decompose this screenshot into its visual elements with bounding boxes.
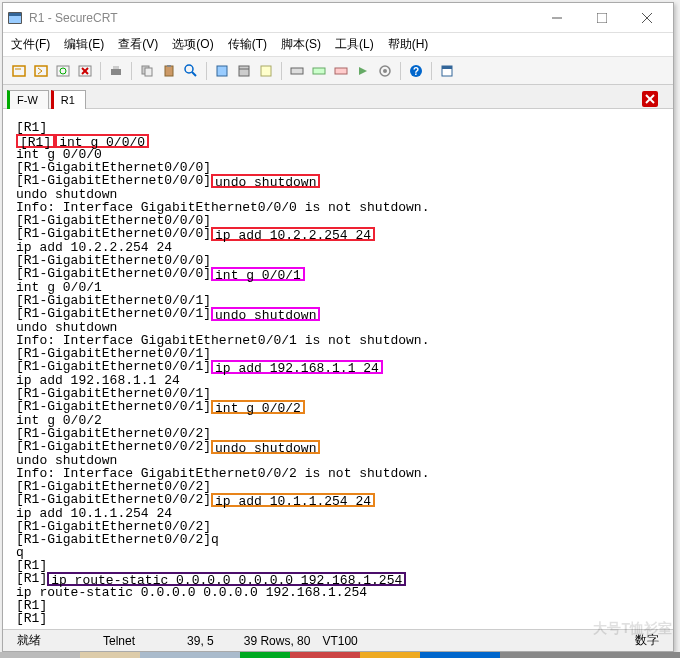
svg-rect-26 bbox=[261, 66, 271, 76]
log-icon[interactable] bbox=[256, 61, 276, 81]
properties-icon[interactable] bbox=[212, 61, 232, 81]
term-line: ip add 10.2.2.254 24 bbox=[215, 228, 371, 243]
status-rows: 39 Rows, 80 bbox=[238, 634, 317, 648]
term-line: ip add 10.1.1.254 24 bbox=[215, 494, 371, 509]
term-line: [R1-GigabitEthernet0/0/2]q bbox=[16, 532, 219, 547]
print-icon[interactable] bbox=[106, 61, 126, 81]
send-icon[interactable] bbox=[353, 61, 373, 81]
term-line: undo shutdown bbox=[215, 308, 316, 323]
copy-icon[interactable] bbox=[137, 61, 157, 81]
term-line: [R1] bbox=[16, 611, 47, 626]
maximize-button[interactable] bbox=[579, 4, 624, 32]
svg-rect-2 bbox=[9, 13, 21, 16]
options-icon[interactable] bbox=[375, 61, 395, 81]
menu-view[interactable]: 查看(V) bbox=[118, 36, 158, 53]
status-emulation: VT100 bbox=[316, 634, 363, 648]
terminal[interactable]: [R1] [R1]int g 0/0/0 int g 0/0/0 [R1-Gig… bbox=[3, 109, 673, 629]
app-window: R1 - SecureCRT 文件(F) 编辑(E) 查看(V) 选项(O) 传… bbox=[2, 2, 674, 652]
watermark: 大号T恤衫室 bbox=[593, 620, 672, 638]
quick-connect-icon[interactable] bbox=[31, 61, 51, 81]
new-window-icon[interactable] bbox=[437, 61, 457, 81]
svg-rect-4 bbox=[597, 13, 607, 23]
session-icon[interactable] bbox=[234, 61, 254, 81]
tab-fw[interactable]: F-W bbox=[7, 90, 49, 109]
tab-r1[interactable]: R1 bbox=[51, 90, 86, 109]
svg-point-21 bbox=[185, 65, 193, 73]
term-line: int g 0/0/1 bbox=[215, 268, 301, 283]
svg-rect-27 bbox=[291, 68, 303, 74]
menubar: 文件(F) 编辑(E) 查看(V) 选项(O) 传输(T) 脚本(S) 工具(L… bbox=[3, 33, 673, 57]
app-icon bbox=[7, 10, 23, 26]
menu-tools[interactable]: 工具(L) bbox=[335, 36, 374, 53]
keymap-icon[interactable] bbox=[287, 61, 307, 81]
term-line: [R1] bbox=[16, 120, 47, 135]
tabbar: F-W R1 bbox=[3, 85, 673, 109]
status-position: 39, 5 bbox=[181, 634, 220, 648]
statusbar: 就绪 Telnet 39, 5 39 Rows, 80 VT100 数字 bbox=[3, 629, 673, 651]
svg-rect-20 bbox=[167, 65, 171, 67]
close-button[interactable] bbox=[624, 4, 669, 32]
svg-text:?: ? bbox=[413, 66, 419, 77]
menu-help[interactable]: 帮助(H) bbox=[388, 36, 429, 53]
svg-rect-23 bbox=[217, 66, 227, 76]
window-title: R1 - SecureCRT bbox=[29, 11, 534, 25]
bottom-decoration bbox=[0, 652, 680, 658]
menu-file[interactable]: 文件(F) bbox=[11, 36, 50, 53]
menu-script[interactable]: 脚本(S) bbox=[281, 36, 321, 53]
disconnect-icon[interactable] bbox=[75, 61, 95, 81]
minimize-button[interactable] bbox=[534, 4, 579, 32]
svg-rect-24 bbox=[239, 66, 249, 76]
svg-point-31 bbox=[383, 69, 387, 73]
command-icon[interactable] bbox=[331, 61, 351, 81]
term-line: undo shutdown bbox=[215, 441, 316, 456]
status-protocol: Telnet bbox=[97, 634, 141, 648]
svg-rect-19 bbox=[165, 66, 173, 76]
find-icon[interactable] bbox=[181, 61, 201, 81]
term-line: [R1-GigabitEthernet0/0/1] bbox=[16, 306, 211, 321]
term-line: undo shutdown bbox=[215, 175, 316, 190]
term-line: int g 0/0/2 bbox=[215, 401, 301, 416]
svg-rect-18 bbox=[145, 68, 152, 76]
term-line: [R1-GigabitEthernet0/0/0] bbox=[16, 226, 211, 241]
term-line: ip route-static 0.0.0.0 0.0.0.0 192.168.… bbox=[16, 585, 367, 600]
reconnect-icon[interactable] bbox=[53, 61, 73, 81]
menu-edit[interactable]: 编辑(E) bbox=[64, 36, 104, 53]
menu-options[interactable]: 选项(O) bbox=[172, 36, 213, 53]
term-line: [R1-GigabitEthernet0/0/1] bbox=[16, 399, 211, 414]
term-line: [R1] bbox=[16, 571, 47, 586]
status-ready: 就绪 bbox=[11, 632, 47, 649]
button-bar-icon[interactable] bbox=[309, 61, 329, 81]
svg-rect-16 bbox=[113, 66, 119, 69]
term-line: [R1-GigabitEthernet0/0/1] bbox=[16, 359, 211, 374]
menu-transfer[interactable]: 传输(T) bbox=[228, 36, 267, 53]
help-icon[interactable]: ? bbox=[406, 61, 426, 81]
svg-rect-29 bbox=[335, 68, 347, 74]
paste-icon[interactable] bbox=[159, 61, 179, 81]
svg-rect-28 bbox=[313, 68, 325, 74]
window-controls bbox=[534, 4, 669, 32]
svg-rect-7 bbox=[13, 66, 25, 76]
svg-rect-15 bbox=[111, 69, 121, 75]
svg-rect-9 bbox=[35, 66, 47, 76]
term-line: [R1-GigabitEthernet0/0/0] bbox=[16, 173, 211, 188]
toolbar: ? bbox=[3, 57, 673, 85]
term-line: [R1-GigabitEthernet0/0/2] bbox=[16, 492, 211, 507]
titlebar: R1 - SecureCRT bbox=[3, 3, 673, 33]
tab-close-icon[interactable] bbox=[641, 90, 659, 108]
svg-point-11 bbox=[60, 68, 66, 74]
connect-icon[interactable] bbox=[9, 61, 29, 81]
svg-rect-35 bbox=[442, 66, 452, 69]
term-line: ip add 192.168.1.1 24 bbox=[215, 361, 379, 376]
svg-line-22 bbox=[192, 72, 196, 76]
term-line: [R1-GigabitEthernet0/0/2] bbox=[16, 439, 211, 454]
term-line: [R1-GigabitEthernet0/0/0] bbox=[16, 266, 211, 281]
